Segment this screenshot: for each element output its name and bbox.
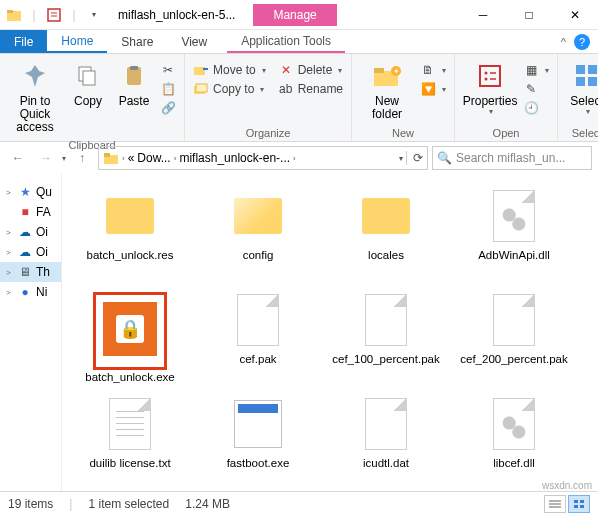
breadcrumb-dropdown-icon[interactable]: ▾ [399,154,403,163]
file-item[interactable]: batch_unlock.res [66,184,194,284]
up-button[interactable]: ↑ [70,146,94,170]
qat-dropdown-icon[interactable]: ▾ [86,7,102,23]
svg-rect-2 [48,9,60,21]
divider: | [66,7,82,23]
close-button[interactable]: ✕ [552,0,598,29]
file-tab[interactable]: File [0,30,47,53]
content-area: > ★ Qu ■ FA> ☁ Oi> ☁ Oi> 🖥 Th> ● Ni batc… [0,174,598,491]
file-pane[interactable]: batch_unlock.res config locales AdbWinAp… [62,174,598,491]
details-view-button[interactable] [544,495,566,513]
file-name-label: cef.pak [239,352,276,366]
open-item-button[interactable]: ▦▾ [523,62,549,78]
breadcrumb-segment[interactable]: « [128,151,135,165]
file-item[interactable]: icudtl.dat [322,392,450,491]
cut-button[interactable]: ✂ [160,62,176,78]
copy-to-button[interactable]: Copy to▾ [193,81,266,97]
file-thumbnail-icon [102,396,158,452]
minimize-button[interactable]: ─ [460,0,506,29]
breadcrumb[interactable]: › « Dow... › miflash_unlock-en-... › ▾ ⟳ [98,146,428,170]
file-thumbnail-icon [486,292,542,348]
sidebar-item[interactable]: > ● Ni [0,282,61,302]
move-to-button[interactable]: Move to▾ [193,62,266,78]
maximize-button[interactable]: □ [506,0,552,29]
file-item[interactable]: cef_100_percent.pak [322,288,450,388]
file-name-label: cef_200_percent.pak [460,352,567,366]
sidebar-item-label: Qu [36,185,52,199]
search-input[interactable]: 🔍 Search miflash_un... [432,146,592,170]
sidebar-item-icon: ■ [18,205,32,219]
select-button[interactable]: Select ▾ [566,58,598,119]
new-folder-label: New folder [362,95,412,121]
copy-button[interactable]: Copy [68,58,108,110]
refresh-button[interactable]: ⟳ [406,151,423,165]
delete-button[interactable]: ✕Delete▾ [278,62,343,78]
collapse-ribbon-icon[interactable]: ^ [561,36,566,48]
breadcrumb-segment[interactable]: miflash_unlock-en-... [179,151,290,165]
file-thumbnail-icon [358,188,414,244]
file-thumbnail-icon [230,396,286,452]
svg-rect-16 [480,66,500,86]
back-button[interactable]: ← [6,146,30,170]
sidebar-item[interactable]: > ☁ Oi [0,242,61,262]
rename-icon: ab [278,81,294,97]
file-item[interactable]: locales [322,184,450,284]
select-icon [571,60,598,92]
recent-locations-icon[interactable]: ▾ [62,154,66,163]
pin-label: Pin to Quick access [10,95,60,135]
ribbon: Pin to Quick access Copy Paste ✂ 📋 🔗 Cli… [0,54,598,142]
paste-shortcut-button[interactable]: 🔗 [160,100,176,116]
history-button[interactable]: 🕘 [523,100,549,116]
edit-button[interactable]: ✎ [523,81,549,97]
svg-rect-30 [574,500,578,503]
status-bar: 19 items | 1 item selected 1.24 MB [0,491,598,515]
pin-quick-access-button[interactable]: Pin to Quick access [8,58,62,137]
svg-rect-24 [588,77,597,86]
help-icon[interactable]: ? [574,34,590,50]
file-item[interactable]: config [194,184,322,284]
file-item[interactable]: fastboot.exe [194,392,322,491]
new-folder-button[interactable]: ✦ New folder [360,58,414,123]
paste-button[interactable]: Paste [114,58,154,110]
rename-button[interactable]: abRename [278,81,343,97]
file-item[interactable]: cef_200_percent.pak [450,288,578,388]
context-tab-header: Manage [253,4,336,26]
paste-icon [118,60,150,92]
window-title: miflash_unlock-en-5... [108,8,245,22]
edit-icon: ✎ [523,81,539,97]
breadcrumb-segment[interactable]: Dow... [137,151,170,165]
sidebar-item[interactable]: > 🖥 Th [0,262,61,282]
sidebar-item[interactable]: > ★ Qu [0,182,61,202]
home-tab[interactable]: Home [47,30,107,53]
svg-rect-26 [104,153,110,157]
selection-size: 1.24 MB [185,497,230,511]
sidebar-item[interactable]: ■ FA [0,202,61,222]
new-group: ✦ New folder 🗎▾ 🔽▾ New [352,54,455,141]
sidebar-item[interactable]: > ☁ Oi [0,222,61,242]
new-group-label: New [392,125,414,139]
file-item[interactable]: 🔒 batch_unlock.exe [66,288,194,388]
pin-icon [19,60,51,92]
titlebar: | | ▾ miflash_unlock-en-5... Manage ─ □ … [0,0,598,30]
select-group: Select ▾ Select [558,54,598,141]
file-item[interactable]: AdbWinApi.dll [450,184,578,284]
sidebar-item-label: Oi [36,245,48,259]
copy-path-button[interactable]: 📋 [160,81,176,97]
nav-row: ← → ▾ ↑ › « Dow... › miflash_unlock-en-.… [0,142,598,174]
sidebar-item-label: FA [36,205,51,219]
file-item[interactable]: libcef.dll [450,392,578,491]
view-tab[interactable]: View [167,30,221,53]
new-item-button[interactable]: 🗎▾ [420,62,446,78]
move-to-icon [193,62,209,78]
large-icons-view-button[interactable] [568,495,590,513]
easy-access-button[interactable]: 🔽▾ [420,81,446,97]
easy-access-icon: 🔽 [420,81,436,97]
properties-button[interactable]: Properties ▾ [463,58,517,119]
forward-button[interactable]: → [34,146,58,170]
properties-qat-icon[interactable] [46,7,62,23]
file-thumbnail-icon [102,188,158,244]
application-tools-tab[interactable]: Application Tools [227,30,345,53]
sidebar-item-label: Oi [36,225,48,239]
file-item[interactable]: cef.pak [194,288,322,388]
file-item[interactable]: duilib license.txt [66,392,194,491]
share-tab[interactable]: Share [107,30,167,53]
